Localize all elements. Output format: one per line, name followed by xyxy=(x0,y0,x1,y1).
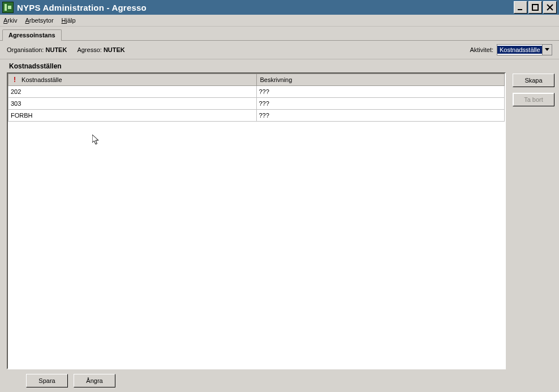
cell-beskrivning: ??? xyxy=(256,86,505,98)
aktivitet-selected: Kostnadsställe xyxy=(497,46,542,54)
app-icon xyxy=(2,2,14,13)
footer: Spara Ångra xyxy=(0,369,559,392)
table-row[interactable]: FORBH ??? xyxy=(8,110,505,122)
alert-icon: ! xyxy=(12,76,18,84)
aktivitet-label: Aktivitet: xyxy=(470,46,493,53)
window-title: NYPS Administration - Agresso xyxy=(17,3,514,12)
window-buttons xyxy=(514,1,557,14)
col-kostnadsstalle[interactable]: ! Kostnadsställe xyxy=(8,74,257,86)
maximize-button[interactable] xyxy=(528,1,542,14)
agresso-label: Agresso: NUTEK xyxy=(77,46,124,53)
menu-arkiv[interactable]: Arkiv xyxy=(3,17,17,24)
cell-kostnadsstalle: FORBH xyxy=(8,110,257,122)
cell-beskrivning: ??? xyxy=(256,98,505,110)
svg-rect-1 xyxy=(532,5,538,10)
side-buttons: Skapa Ta bort xyxy=(513,72,552,369)
minimize-button[interactable] xyxy=(514,1,527,14)
tabort-button: Ta bort xyxy=(513,93,554,106)
angra-button[interactable]: Ångra xyxy=(74,374,115,387)
chevron-down-icon xyxy=(542,45,552,55)
kostnadsstallen-table: ! Kostnadsställe Beskrivning 202 ??? 303… xyxy=(8,74,505,122)
col-beskrivning[interactable]: Beskrivning xyxy=(256,74,505,86)
organisation-label: Organisation: NUTEK xyxy=(7,46,67,53)
svg-rect-0 xyxy=(518,9,522,10)
infobar: Organisation: NUTEK Agresso: NUTEK Aktiv… xyxy=(0,41,559,59)
section-title: Kostnadsställen xyxy=(9,62,552,70)
organisation-value: NUTEK xyxy=(46,46,67,53)
skapa-button[interactable]: Skapa xyxy=(513,74,554,87)
table-row[interactable]: 202 ??? xyxy=(8,86,505,98)
cell-kostnadsstalle: 303 xyxy=(8,98,257,110)
spara-button[interactable]: Spara xyxy=(26,374,68,387)
titlebar: NYPS Administration - Agresso xyxy=(0,0,559,15)
cell-kostnadsstalle: 202 xyxy=(8,86,257,98)
agresso-value: NUTEK xyxy=(104,46,125,53)
close-button[interactable] xyxy=(543,1,557,14)
menu-hjalp[interactable]: Hjälp xyxy=(62,17,76,24)
tab-agressoinstans[interactable]: Agressoinstans xyxy=(2,29,62,41)
content-area: Kostnadsställen ! Kostnadsställe Beskriv… xyxy=(0,59,559,369)
table-container: ! Kostnadsställe Beskrivning 202 ??? 303… xyxy=(7,72,506,369)
table-row[interactable]: 303 ??? xyxy=(8,98,505,110)
tabstrip: Agressoinstans xyxy=(0,27,559,41)
menu-arbetsytor[interactable]: Arbetsytor xyxy=(25,17,53,24)
cell-beskrivning: ??? xyxy=(256,110,505,122)
menubar: Arkiv Arbetsytor Hjälp xyxy=(0,15,559,27)
aktivitet-dropdown[interactable]: Kostnadsställe xyxy=(497,44,552,55)
